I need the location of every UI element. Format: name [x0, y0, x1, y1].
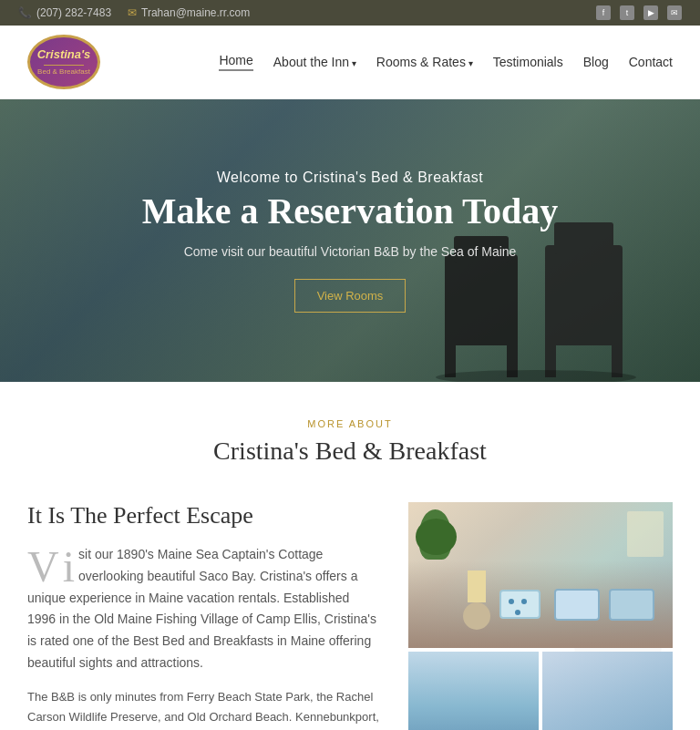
hero-description: Come visit our beautiful Victorian B&B b…	[142, 244, 559, 259]
hero-title: Make a Reservation Today	[142, 191, 559, 231]
drop-cap-paragraph: V isit our 1890's Maine Sea Captain's Co…	[27, 544, 381, 674]
phone-number: (207) 282-7483	[36, 6, 111, 19]
hero-subtitle: Welcome to Cristina's Bed & Breakfast	[142, 170, 559, 186]
bedroom-image	[408, 502, 673, 648]
bedroom-bg	[408, 502, 673, 648]
hero-content: Welcome to Cristina's Bed & Breakfast Ma…	[124, 151, 577, 331]
content-heading: It Is The Perfect Escape	[27, 502, 381, 530]
view-rooms-button[interactable]: View Rooms	[294, 279, 407, 313]
svg-rect-2	[445, 341, 456, 377]
nav-testimonials[interactable]: Testimonials	[493, 55, 563, 69]
phone-icon: 📞	[18, 6, 32, 19]
content-section: It Is The Perfect Escape V isit our 1890…	[0, 493, 700, 730]
nav-contact[interactable]: Contact	[629, 55, 673, 69]
drop-cap-v: V	[27, 544, 59, 584]
ocean-image-2	[542, 652, 673, 730]
contact-info: 📞 (207) 282-7483 ✉ Trahan@maine.rr.com	[18, 6, 250, 19]
hero-section: Welcome to Cristina's Bed & Breakfast Ma…	[0, 99, 700, 382]
logo-tagline: Bed & Breakfast	[37, 67, 90, 77]
email-address: Trahan@maine.rr.com	[141, 6, 250, 19]
email-social-icon[interactable]: ✉	[667, 5, 682, 20]
nav-blog[interactable]: Blog	[583, 55, 609, 69]
more-about-label: MORE ABOUT	[27, 418, 673, 429]
logo: Cristina's Bed & Breakfast	[27, 35, 100, 89]
top-bar: 📞 (207) 282-7483 ✉ Trahan@maine.rr.com f…	[0, 0, 700, 26]
content-left: It Is The Perfect Escape V isit our 1890…	[27, 502, 381, 730]
social-links: f t ▶ ✉	[596, 5, 682, 20]
more-about-title: Cristina's Bed & Breakfast	[27, 437, 673, 466]
header: Cristina's Bed & Breakfast Home About th…	[0, 26, 700, 99]
ocean-bg-1	[408, 652, 539, 730]
drop-cap-text: isit our 1890's Maine Sea Captain's Cott…	[27, 547, 376, 670]
content-images	[408, 502, 673, 730]
main-nav: Home About the Inn Rooms & Rates Testimo…	[219, 53, 673, 71]
logo-oval: Cristina's Bed & Breakfast	[27, 35, 100, 89]
logo-name: Cristina's	[37, 47, 91, 63]
email-icon: ✉	[128, 6, 137, 19]
svg-rect-7	[612, 341, 623, 377]
more-about-section: MORE ABOUT Cristina's Bed & Breakfast	[0, 382, 700, 493]
twitter-icon[interactable]: t	[620, 5, 634, 20]
nav-about[interactable]: About the Inn	[273, 55, 356, 69]
phone-info: 📞 (207) 282-7483	[18, 6, 111, 19]
email-info: ✉ Trahan@maine.rr.com	[128, 6, 250, 19]
facebook-icon[interactable]: f	[596, 5, 611, 20]
svg-point-8	[436, 370, 636, 382]
content-paragraph-2: The B&B is only minutes from Ferry Beach…	[27, 687, 381, 730]
nav-home[interactable]: Home	[219, 53, 252, 71]
nav-rooms[interactable]: Rooms & Rates	[376, 55, 473, 69]
ocean-image-1	[408, 652, 539, 730]
youtube-icon[interactable]: ▶	[643, 5, 658, 20]
